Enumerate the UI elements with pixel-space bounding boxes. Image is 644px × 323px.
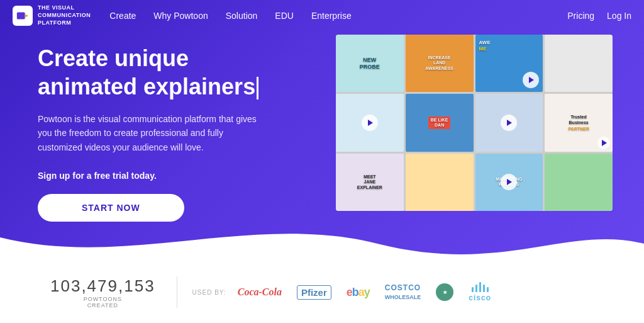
nav-create[interactable]: Create (109, 11, 136, 21)
stat-number: 103,479,153 (50, 276, 155, 296)
nav-edu[interactable]: EDU (275, 11, 294, 21)
logo-text: THE VISUAL COMMUNICATION PLATFORM (38, 4, 91, 26)
collage-cell-1: NEWPROBE (336, 35, 404, 92)
brand-cisco: cisco (469, 282, 491, 302)
collage-cell-9: MEETJANEEXPLAINER (336, 154, 404, 211)
collage-cell-8: TrustedBusinessPARTNER (545, 94, 613, 151)
start-now-button[interactable]: START NOW (38, 194, 184, 222)
brand-starbucks: ★ (436, 283, 453, 301)
stat-label: POWTOONS CREATED (84, 296, 122, 309)
collage-grid: NEWPROBE INCREASELANDAWARENESS AWE ME BE… (336, 35, 613, 211)
stat-block: 103,479,153 POWTOONS CREATED (50, 276, 155, 309)
logo[interactable]: THE VISUAL COMMUNICATION PLATFORM (13, 4, 91, 26)
collage-cell-11: MARKETINGRESULTS (475, 154, 543, 211)
collage-cell-7 (475, 94, 543, 151)
nav-why-powtoon[interactable]: Why Powtoon (153, 11, 208, 21)
svg-rect-0 (17, 13, 25, 20)
used-by-label: USED BY: (192, 289, 226, 296)
brand-costco: COSTCOWHOLESALE (385, 283, 421, 301)
collage-cell-12 (545, 154, 613, 211)
collage-cell-10 (406, 154, 474, 211)
hero-title: Create unique animated explainers (38, 44, 308, 101)
brand-pfizer: Pfizer (297, 285, 331, 300)
brand-logos: Coca-Cola Pfizer ebay COSTCOWHOLESALE ★ … (238, 282, 491, 302)
collage-cell-6: BE LIKEDAN (406, 94, 474, 151)
stat-divider (177, 276, 177, 308)
collage-cell-4 (545, 35, 613, 92)
collage-cell-5 (336, 94, 404, 151)
collage-cell-3: AWE ME (475, 35, 543, 92)
nav-pricing[interactable]: Pricing (567, 11, 594, 21)
brand-coca-cola: Coca-Cola (238, 286, 282, 298)
nav-login[interactable]: Log In (607, 11, 631, 21)
nav-enterprise[interactable]: Enterprise (311, 11, 352, 21)
nav-right: Pricing Log In (567, 11, 631, 21)
logo-icon (13, 6, 33, 26)
navbar: THE VISUAL COMMUNICATION PLATFORM Create… (0, 0, 644, 31)
svg-marker-1 (25, 14, 28, 18)
hero-collage: NEWPROBE INCREASELANDAWARENESS AWE ME BE… (336, 35, 613, 211)
hero-description: Powtoon is the visual communication plat… (38, 112, 264, 183)
collage-cell-2: INCREASELANDAWARENESS (406, 35, 474, 92)
footer-stats: 103,479,153 POWTOONS CREATED USED BY: Co… (0, 261, 644, 323)
nav-links: Create Why Powtoon Solution EDU Enterpri… (109, 11, 567, 21)
nav-solution[interactable]: Solution (226, 11, 258, 21)
brand-ebay: ebay (347, 286, 370, 299)
hero-content: Create unique animated explainers Powtoo… (38, 44, 308, 222)
